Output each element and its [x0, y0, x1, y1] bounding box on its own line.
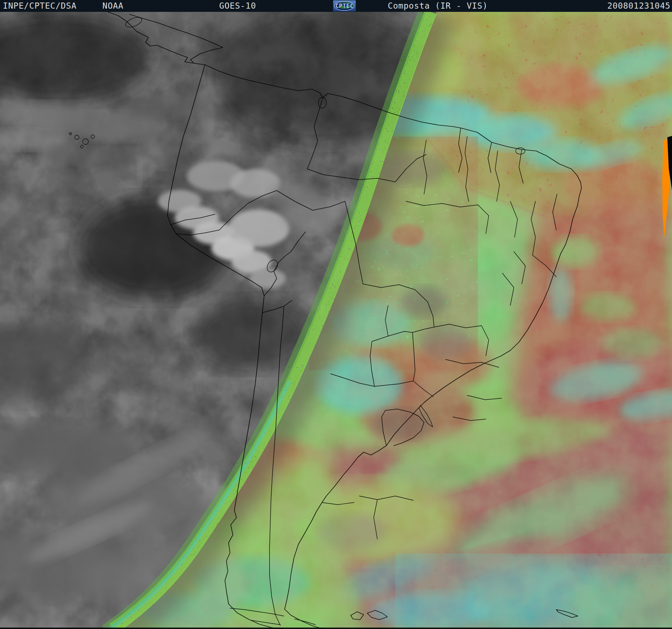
satellite-label: GOES-10: [219, 1, 256, 10]
product-label: Composta (IR - VIS): [388, 1, 488, 10]
logo-text: CPTEC: [335, 3, 354, 9]
network-label: NOAA: [102, 1, 124, 10]
agency-label: INPE/CPTEC/DSA: [3, 1, 77, 10]
satellite-composite-map: [0, 12, 672, 629]
satellite-image-viewer: { "header": { "agency": "INPE/CPTEC/DSA"…: [0, 0, 672, 629]
cptec-logo: CPTEC: [333, 0, 356, 12]
timestamp-label: 200801231045: [607, 1, 671, 10]
